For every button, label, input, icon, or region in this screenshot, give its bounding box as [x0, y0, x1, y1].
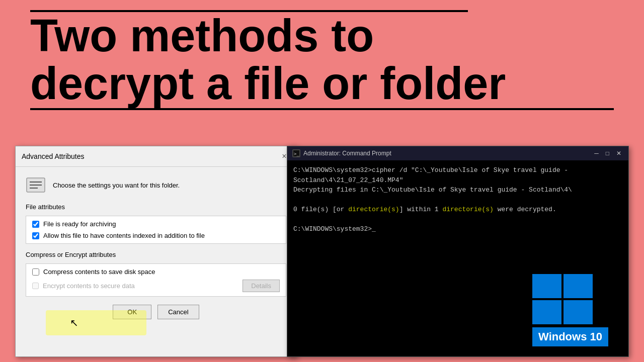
- title-area: Two methods to decrypt a file or folder: [0, 0, 644, 115]
- cmd-line-5: [293, 215, 622, 225]
- cmd-line-6: C:\WINDOWS\system32>_: [293, 224, 622, 234]
- cancel-button[interactable]: Cancel: [157, 305, 199, 319]
- checkbox-encrypt[interactable]: [32, 283, 39, 289]
- file-attributes-group: File is ready for archiving Allow this f…: [26, 216, 286, 244]
- svg-text:>_: >_: [294, 151, 299, 156]
- cmd-line-1: C:\WINDOWS\system32>cipher /d "C:\_Youtu…: [293, 165, 622, 185]
- dialog-description: Choose the settings you want for this fo…: [53, 182, 180, 189]
- encrypt-row: Encrypt contents to secure data Details: [32, 280, 280, 292]
- cmd-highlight-word-2: directorie(s): [442, 206, 493, 213]
- cmd-line-1-text: C:\WINDOWS\system32>cipher /d "C:\_Youtu…: [293, 166, 568, 184]
- title-underline-bottom: [30, 108, 614, 110]
- panels-container: Advanced Attributes × Choose the setting…: [0, 146, 644, 362]
- win-tile-4: [564, 300, 593, 324]
- win-tile-3: [532, 300, 561, 324]
- cmd-titlebar: >_ Administrator: Command Prompt ─ □ ✕: [287, 146, 628, 160]
- dialog-header: Choose the settings you want for this fo…: [26, 175, 286, 195]
- cmd-minimize-button[interactable]: ─: [592, 150, 601, 157]
- cmd-title-text: Administrator: Command Prompt: [303, 150, 391, 157]
- cmd-prompt-text: C:\WINDOWS\system32>_: [293, 225, 376, 233]
- windows-logo: Windows 10: [532, 274, 608, 346]
- cmd-output: C:\WINDOWS\system32>cipher /d "C:\_Youtu…: [287, 160, 628, 239]
- cmd-close-button[interactable]: ✕: [614, 150, 623, 157]
- checkbox-archive-item: File is ready for archiving: [32, 220, 280, 228]
- highlight-overlay: [46, 310, 146, 335]
- windows-version-badge: Windows 10: [532, 327, 608, 346]
- checkbox-archive-label: File is ready for archiving: [43, 220, 116, 228]
- title-line1: Two methods to: [30, 12, 614, 60]
- checkbox-archive[interactable]: [32, 221, 39, 228]
- cmd-highlight-word: directorie(s): [348, 206, 399, 213]
- checkbox-index-item: Allow this file to have contents indexed…: [32, 232, 280, 239]
- compress-encrypt-label: Compress or Encrypt attributes: [26, 251, 286, 258]
- compress-encrypt-group: Compress contents to save disk space Enc…: [26, 263, 286, 297]
- cmd-line-2-text: Decrypting files in C:\_Youtube\Isle of …: [293, 186, 572, 194]
- folder-settings-icon: [26, 175, 46, 195]
- windows-tiles: [532, 274, 593, 324]
- file-attributes-label: File attributes: [26, 203, 286, 211]
- dialog-title: Advanced Attributes: [22, 152, 85, 160]
- cmd-maximize-button[interactable]: □: [604, 150, 611, 157]
- encrypt-left: Encrypt contents to secure data: [32, 282, 135, 290]
- checkbox-index[interactable]: [32, 232, 39, 239]
- cmd-line-3: [293, 195, 622, 205]
- command-prompt-window: >_ Administrator: Command Prompt ─ □ ✕ C…: [287, 146, 629, 357]
- cmd-title-left: >_ Administrator: Command Prompt: [292, 149, 391, 157]
- checkbox-index-label: Allow this file to have contents indexed…: [43, 232, 205, 239]
- checkbox-encrypt-label: Encrypt contents to secure data: [43, 282, 135, 290]
- dialog-titlebar: Advanced Attributes ×: [16, 146, 296, 167]
- mouse-cursor: ↖: [70, 317, 78, 329]
- details-button[interactable]: Details: [243, 280, 280, 292]
- cmd-line-2: Decrypting files in C:\_Youtube\Isle of …: [293, 185, 622, 195]
- cmd-window-controls: ─ □ ✕: [592, 150, 623, 157]
- dialog-body: Choose the settings you want for this fo…: [16, 167, 296, 327]
- checkbox-compress-item: Compress contents to save disk space: [32, 268, 280, 276]
- win-tile-1: [532, 274, 561, 298]
- checkbox-compress-label: Compress contents to save disk space: [43, 268, 155, 276]
- checkbox-compress[interactable]: [32, 268, 39, 276]
- cmd-line-4: 0 file(s) [or directorie(s)] within 1 di…: [293, 205, 622, 215]
- title-line2: decrypt a file or folder: [30, 60, 614, 108]
- win-tile-2: [564, 274, 593, 298]
- cmd-app-icon: >_: [292, 149, 300, 157]
- advanced-attributes-dialog: Advanced Attributes × Choose the setting…: [15, 146, 297, 357]
